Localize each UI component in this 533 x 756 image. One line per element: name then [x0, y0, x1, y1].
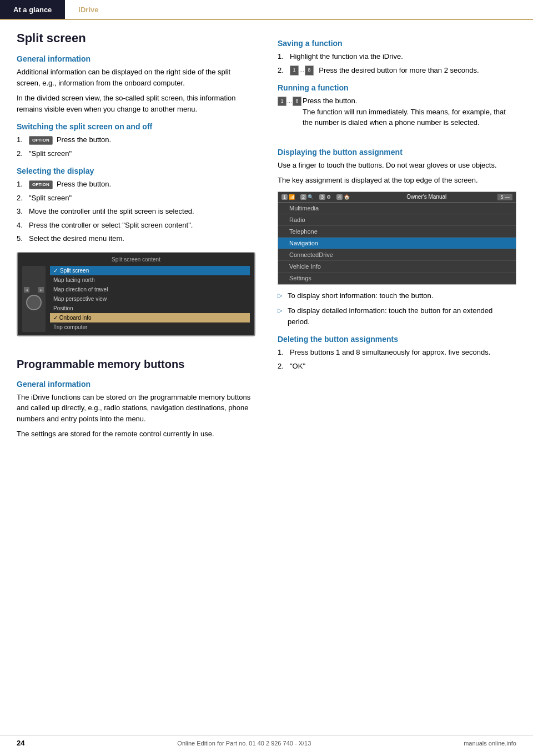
btn-item-3: 3 ⚙ — [319, 194, 331, 200]
footer-copyright: Online Edition for Part no. 01 40 2 926 … — [177, 740, 311, 747]
memory-general-para2: The settings are stored for the remote c… — [17, 429, 255, 440]
bullet-list: ▷ To display short information: touch th… — [278, 290, 516, 327]
option-button-icon-2: OPTION — [29, 180, 53, 189]
running-btn-icon: 1 … 8 — [278, 97, 301, 107]
menu-item-settings: Settings — [278, 273, 516, 284]
controller-circle — [26, 295, 42, 310]
arrow-right: ▸ — [38, 287, 44, 293]
general-info-heading: General information — [17, 54, 255, 63]
main-content: Split screen General information Additio… — [0, 20, 533, 444]
page-title: Split screen — [17, 31, 255, 46]
switching-step2: 2. "Split screen" — [17, 148, 255, 159]
screen-mockup: Split screen content ◂ ▸ Split screen Ma… — [17, 252, 255, 336]
running-step1: 1 … 8 Press the button. The function wil… — [278, 95, 516, 128]
tab-idrive[interactable]: iDrive — [65, 0, 112, 19]
menu-item-map-perspective: Map perspective view — [50, 294, 250, 304]
displaying-para2: The key assignment is displayed at the t… — [278, 175, 516, 186]
saving-heading: Saving a function — [278, 39, 516, 48]
memory-title: Programmable memory buttons — [17, 357, 255, 371]
page-number: 24 — [17, 739, 24, 747]
left-column: Split screen General information Additio… — [0, 31, 266, 444]
memory-section: Programmable memory buttons General info… — [17, 357, 255, 440]
btn-item-2: 2 🔍 — [300, 194, 314, 200]
arrow-left: ◂ — [24, 287, 29, 293]
general-info-para1: Additional information can be displayed … — [17, 67, 255, 88]
btn-item-4: 4 🏠 — [336, 194, 350, 200]
deleting-step2: 2. "OK" — [278, 361, 516, 372]
button-menu-list: Multimedia Radio Telephone Navigation Co… — [278, 203, 516, 284]
screen-mockup-title: Split screen content — [22, 256, 250, 263]
footer: 24 Online Edition for Part no. 01 40 2 9… — [0, 735, 533, 750]
selecting-step2: 2. "Split screen" — [17, 193, 255, 204]
general-info-para2: In the divided screen view, the so-calle… — [17, 93, 255, 114]
menu-item-map-north: Map facing north — [50, 275, 250, 285]
selecting-heading: Selecting the display — [17, 167, 255, 175]
bullet-item-2: ▷ To display detailed information: touch… — [278, 305, 516, 327]
saving-step1: 1. Highlight the function via the iDrive… — [278, 51, 516, 62]
btn-item-1: 1 📶 — [281, 194, 295, 200]
option-button-icon-1: OPTION — [29, 136, 53, 145]
menu-item-position: Position — [50, 304, 250, 313]
right-column: Saving a function 1. Highlight the funct… — [266, 31, 533, 444]
menu-item-map-direction: Map direction of travel — [50, 285, 250, 294]
split-screen-menu: Split screen Map facing north Map direct… — [50, 266, 250, 332]
controller-arrows: ◂ ▸ — [24, 287, 44, 293]
controller-panel: ◂ ▸ — [22, 266, 46, 332]
menu-item-split-screen: Split screen — [50, 266, 250, 275]
saving-step2: 2. 1 … 8 Press the desired button for mo… — [278, 65, 516, 76]
bullet-item-1: ▷ To display short information: touch th… — [278, 290, 516, 301]
switching-heading: Switching the split screen on and off — [17, 122, 255, 131]
button-display-mockup: 1 📶 2 🔍 3 ⚙ 4 🏠 Owner's Manual 5 — — [278, 191, 516, 285]
menu-item-connected: ConnectedDrive — [278, 249, 516, 261]
menu-item-telephone: Telephone — [278, 226, 516, 238]
mem-btn-1-8-icon: 1 … 8 — [290, 65, 314, 75]
manual-label: Owner's Manual — [406, 194, 446, 200]
selecting-step4: 4. Press the controller or select "Split… — [17, 220, 255, 231]
selecting-step3: 3. Move the controller until the split s… — [17, 206, 255, 217]
menu-item-onboard: ✓ Onboard info — [50, 313, 250, 322]
screen-mockup-body: ◂ ▸ Split screen Map facing north Map di… — [22, 266, 250, 332]
menu-item-multimedia: Multimedia — [278, 203, 516, 214]
selecting-step1: 1. OPTION Press the button. — [17, 179, 255, 190]
bullet-arrow-1: ▷ — [278, 290, 288, 301]
deleting-heading: Deleting the button assignments — [278, 335, 516, 344]
tab-at-a-glance[interactable]: At a glance — [0, 0, 65, 19]
deleting-step1: 1. Press buttons 1 and 8 simultaneously … — [278, 347, 516, 358]
menu-item-vehicle: Vehicle Info — [278, 261, 516, 273]
selecting-step5: 5. Select the desired menu item. — [17, 233, 255, 244]
displaying-heading: Displaying the button assignment — [278, 148, 516, 157]
memory-general-heading: General information — [17, 380, 255, 389]
memory-general-para1: The iDrive functions can be stored on th… — [17, 392, 255, 425]
btn5-label: 5 — — [497, 194, 512, 200]
menu-item-radio: Radio — [278, 214, 516, 226]
menu-item-trip: Trip computer — [50, 322, 250, 332]
running-heading: Running a function — [278, 83, 516, 92]
switching-step1: 1. OPTION Press the button. — [17, 134, 255, 145]
top-navigation: At a glance iDrive — [0, 0, 533, 20]
button-bar: 1 📶 2 🔍 3 ⚙ 4 🏠 Owner's Manual 5 — — [278, 192, 516, 203]
menu-item-navigation: Navigation — [278, 238, 516, 249]
footer-watermark: manuals online.info — [464, 740, 516, 747]
displaying-para1: Use a finger to touch the buttons. Do no… — [278, 160, 516, 171]
bullet-arrow-2: ▷ — [278, 305, 288, 327]
